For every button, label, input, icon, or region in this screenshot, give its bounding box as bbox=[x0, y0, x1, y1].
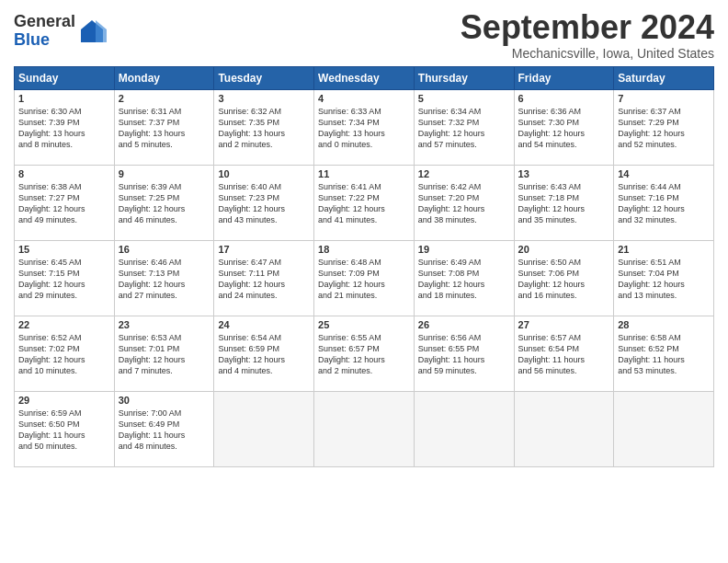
table-cell: 16Sunrise: 6:46 AMSunset: 7:13 PMDayligh… bbox=[114, 240, 214, 316]
svg-marker-1 bbox=[96, 20, 107, 42]
week-row-3: 15Sunrise: 6:45 AMSunset: 7:15 PMDayligh… bbox=[15, 240, 714, 316]
week-row-5: 29Sunrise: 6:59 AMSunset: 6:50 PMDayligh… bbox=[15, 391, 714, 466]
logo-text: General Blue bbox=[14, 13, 107, 50]
cell-info: Sunrise: 6:39 AMSunset: 7:25 PMDaylight:… bbox=[119, 181, 210, 226]
table-cell: 26Sunrise: 6:56 AMSunset: 6:55 PMDayligh… bbox=[414, 316, 514, 391]
cell-info: Sunrise: 6:53 AMSunset: 7:01 PMDaylight:… bbox=[119, 332, 210, 377]
month-title: September 2024 bbox=[461, 9, 714, 46]
day-number: 25 bbox=[318, 319, 410, 330]
cell-info: Sunrise: 6:57 AMSunset: 6:54 PMDaylight:… bbox=[518, 332, 610, 377]
cell-info: Sunrise: 6:33 AMSunset: 7:34 PMDaylight:… bbox=[318, 106, 410, 151]
cell-info: Sunrise: 6:55 AMSunset: 6:57 PMDaylight:… bbox=[318, 332, 410, 377]
day-number: 17 bbox=[218, 244, 310, 255]
table-cell: 27Sunrise: 6:57 AMSunset: 6:54 PMDayligh… bbox=[514, 316, 614, 391]
day-number: 15 bbox=[18, 244, 110, 255]
day-number: 13 bbox=[518, 168, 610, 179]
cell-info: Sunrise: 6:38 AMSunset: 7:27 PMDaylight:… bbox=[18, 181, 110, 226]
cell-info: Sunrise: 6:40 AMSunset: 7:23 PMDaylight:… bbox=[218, 181, 310, 226]
table-cell: 2Sunrise: 6:31 AMSunset: 7:37 PMDaylight… bbox=[114, 89, 214, 165]
day-number: 19 bbox=[418, 244, 510, 255]
table-cell: 5Sunrise: 6:34 AMSunset: 7:32 PMDaylight… bbox=[414, 89, 514, 165]
cell-info: Sunrise: 6:54 AMSunset: 6:59 PMDaylight:… bbox=[218, 332, 310, 377]
col-friday: Friday bbox=[514, 66, 614, 89]
day-number: 4 bbox=[318, 93, 410, 104]
cell-info: Sunrise: 6:43 AMSunset: 7:18 PMDaylight:… bbox=[518, 181, 610, 226]
header: General Blue September 2024 Mechanicsvil… bbox=[14, 9, 714, 61]
cell-info: Sunrise: 6:51 AMSunset: 7:04 PMDaylight:… bbox=[618, 257, 710, 302]
col-saturday: Saturday bbox=[614, 66, 714, 89]
cell-info: Sunrise: 6:30 AMSunset: 7:39 PMDaylight:… bbox=[18, 106, 110, 151]
cell-info: Sunrise: 6:44 AMSunset: 7:16 PMDaylight:… bbox=[618, 181, 710, 226]
col-wednesday: Wednesday bbox=[314, 66, 415, 89]
table-cell: 6Sunrise: 6:36 AMSunset: 7:30 PMDaylight… bbox=[514, 89, 614, 165]
cell-info: Sunrise: 6:58 AMSunset: 6:52 PMDaylight:… bbox=[618, 332, 710, 377]
page-container: General Blue September 2024 Mechanicsvil… bbox=[0, 0, 728, 477]
cell-info: Sunrise: 7:00 AMSunset: 6:49 PMDaylight:… bbox=[119, 408, 210, 453]
day-number: 2 bbox=[119, 93, 210, 104]
day-number: 18 bbox=[318, 244, 410, 255]
table-cell: 28Sunrise: 6:58 AMSunset: 6:52 PMDayligh… bbox=[614, 316, 714, 391]
day-number: 27 bbox=[518, 319, 610, 330]
day-number: 29 bbox=[18, 395, 110, 406]
day-number: 12 bbox=[418, 168, 510, 179]
table-cell: 24Sunrise: 6:54 AMSunset: 6:59 PMDayligh… bbox=[214, 316, 314, 391]
table-cell: 9Sunrise: 6:39 AMSunset: 7:25 PMDaylight… bbox=[114, 165, 214, 240]
cell-info: Sunrise: 6:49 AMSunset: 7:08 PMDaylight:… bbox=[418, 257, 510, 302]
cell-info: Sunrise: 6:47 AMSunset: 7:11 PMDaylight:… bbox=[218, 257, 310, 302]
table-cell: 17Sunrise: 6:47 AMSunset: 7:11 PMDayligh… bbox=[214, 240, 314, 316]
day-number: 7 bbox=[618, 93, 710, 104]
day-number: 1 bbox=[18, 93, 110, 104]
cell-info: Sunrise: 6:42 AMSunset: 7:20 PMDaylight:… bbox=[418, 181, 510, 226]
table-cell: 12Sunrise: 6:42 AMSunset: 7:20 PMDayligh… bbox=[414, 165, 514, 240]
table-cell: 10Sunrise: 6:40 AMSunset: 7:23 PMDayligh… bbox=[214, 165, 314, 240]
cell-info: Sunrise: 6:56 AMSunset: 6:55 PMDaylight:… bbox=[418, 332, 510, 377]
table-cell: 14Sunrise: 6:44 AMSunset: 7:16 PMDayligh… bbox=[614, 165, 714, 240]
day-number: 22 bbox=[18, 319, 110, 330]
table-cell: 1Sunrise: 6:30 AMSunset: 7:39 PMDaylight… bbox=[15, 89, 115, 165]
table-cell: 11Sunrise: 6:41 AMSunset: 7:22 PMDayligh… bbox=[314, 165, 415, 240]
table-cell: 22Sunrise: 6:52 AMSunset: 7:02 PMDayligh… bbox=[15, 316, 115, 391]
week-row-2: 8Sunrise: 6:38 AMSunset: 7:27 PMDaylight… bbox=[15, 165, 714, 240]
day-number: 23 bbox=[119, 319, 210, 330]
logo: General Blue bbox=[14, 13, 107, 50]
cell-info: Sunrise: 6:52 AMSunset: 7:02 PMDaylight:… bbox=[18, 332, 110, 377]
table-cell: 21Sunrise: 6:51 AMSunset: 7:04 PMDayligh… bbox=[614, 240, 714, 316]
cell-info: Sunrise: 6:36 AMSunset: 7:30 PMDaylight:… bbox=[518, 106, 610, 151]
col-monday: Monday bbox=[114, 66, 214, 89]
cell-info: Sunrise: 6:50 AMSunset: 7:06 PMDaylight:… bbox=[518, 257, 610, 302]
header-row: Sunday Monday Tuesday Wednesday Thursday… bbox=[15, 66, 714, 89]
table-cell: 3Sunrise: 6:32 AMSunset: 7:35 PMDaylight… bbox=[214, 89, 314, 165]
col-sunday: Sunday bbox=[15, 66, 115, 89]
table-cell: 30Sunrise: 7:00 AMSunset: 6:49 PMDayligh… bbox=[114, 391, 214, 466]
cell-info: Sunrise: 6:37 AMSunset: 7:29 PMDaylight:… bbox=[618, 106, 710, 151]
table-cell: 25Sunrise: 6:55 AMSunset: 6:57 PMDayligh… bbox=[314, 316, 415, 391]
day-number: 11 bbox=[318, 168, 410, 179]
table-cell bbox=[214, 391, 314, 466]
table-cell: 13Sunrise: 6:43 AMSunset: 7:18 PMDayligh… bbox=[514, 165, 614, 240]
table-cell: 29Sunrise: 6:59 AMSunset: 6:50 PMDayligh… bbox=[15, 391, 115, 466]
table-cell: 15Sunrise: 6:45 AMSunset: 7:15 PMDayligh… bbox=[15, 240, 115, 316]
table-cell: 18Sunrise: 6:48 AMSunset: 7:09 PMDayligh… bbox=[314, 240, 415, 316]
table-cell bbox=[414, 391, 514, 466]
day-number: 24 bbox=[218, 319, 310, 330]
day-number: 21 bbox=[618, 244, 710, 255]
cell-info: Sunrise: 6:59 AMSunset: 6:50 PMDaylight:… bbox=[18, 408, 110, 453]
location: Mechanicsville, Iowa, United States bbox=[461, 46, 714, 61]
day-number: 14 bbox=[618, 168, 710, 179]
day-number: 3 bbox=[218, 93, 310, 104]
table-cell: 4Sunrise: 6:33 AMSunset: 7:34 PMDaylight… bbox=[314, 89, 415, 165]
cell-info: Sunrise: 6:34 AMSunset: 7:32 PMDaylight:… bbox=[418, 106, 510, 151]
cell-info: Sunrise: 6:32 AMSunset: 7:35 PMDaylight:… bbox=[218, 106, 310, 151]
day-number: 26 bbox=[418, 319, 510, 330]
col-tuesday: Tuesday bbox=[214, 66, 314, 89]
day-number: 6 bbox=[518, 93, 610, 104]
week-row-1: 1Sunrise: 6:30 AMSunset: 7:39 PMDaylight… bbox=[15, 89, 714, 165]
col-thursday: Thursday bbox=[414, 66, 514, 89]
cell-info: Sunrise: 6:31 AMSunset: 7:37 PMDaylight:… bbox=[119, 106, 210, 151]
day-number: 9 bbox=[119, 168, 210, 179]
day-number: 16 bbox=[119, 244, 210, 255]
table-cell: 7Sunrise: 6:37 AMSunset: 7:29 PMDaylight… bbox=[614, 89, 714, 165]
calendar-table: Sunday Monday Tuesday Wednesday Thursday… bbox=[14, 66, 714, 467]
day-number: 20 bbox=[518, 244, 610, 255]
day-number: 28 bbox=[618, 319, 710, 330]
